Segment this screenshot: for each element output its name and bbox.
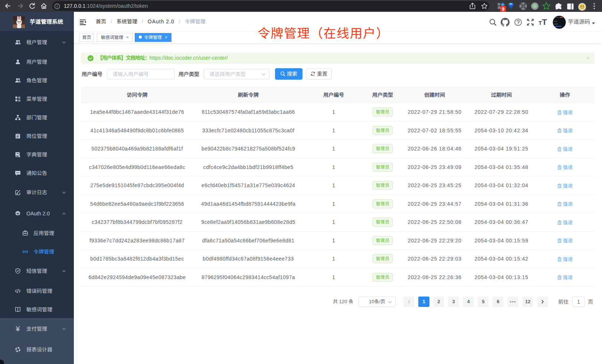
svg-text:9: 9	[502, 7, 504, 12]
